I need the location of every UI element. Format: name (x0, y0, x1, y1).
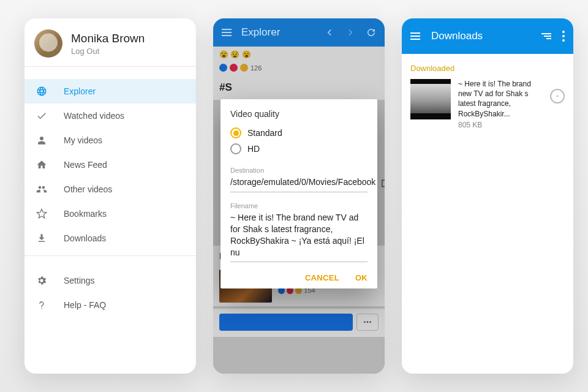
menu-item-other[interactable]: Other videos (24, 177, 196, 202)
menu-label: Bookmarks (64, 209, 107, 219)
user-name: Monika Brown (71, 32, 145, 45)
overflow-icon[interactable] (562, 31, 565, 42)
menu-item-bookmarks[interactable]: Bookmarks (24, 202, 196, 226)
globe-icon (36, 85, 48, 97)
group-icon (36, 183, 48, 195)
downloads-topbar: Downloads (402, 18, 573, 54)
download-title: ~ Here it is! The brand new TV ad for Sh… (458, 79, 543, 119)
expand-button[interactable] (550, 89, 565, 104)
hash-heading: #S (213, 75, 385, 100)
destination-field[interactable]: /storage/emulated/0/Movies/Facebook (230, 174, 368, 192)
love-icon (230, 64, 238, 72)
logout-link[interactable]: Log Out (71, 47, 145, 56)
menu-item-help[interactable]: Help - FAQ (24, 293, 196, 317)
radio-standard[interactable]: Standard (230, 125, 368, 141)
refresh-icon[interactable] (365, 26, 377, 39)
primary-action-button[interactable] (219, 314, 353, 331)
menu-label: Explorer (64, 86, 96, 96)
download-dialog: Video quality Standard HD Destination /s… (221, 99, 377, 288)
dialog-actions: CANCEL OK (230, 273, 368, 282)
drawer-header: Monika Brown Log Out (24, 18, 196, 66)
download-thumbnail (410, 79, 451, 119)
wow-icon (240, 64, 248, 72)
cancel-button[interactable]: CANCEL (305, 273, 339, 282)
filename-label: Filename (230, 202, 368, 209)
sort-icon[interactable] (541, 33, 551, 39)
explorer-panel: Explorer 😮 😧 😮 126 #S Philanthropy / Fil… (213, 18, 385, 374)
menu-label: Help - FAQ (64, 300, 106, 310)
filename-field[interactable]: ~ Here it is! The brand new TV ad for Sh… (230, 209, 368, 263)
explorer-title: Explorer (241, 26, 280, 39)
menu-label: Watched videos (64, 111, 124, 121)
menu-item-watched[interactable]: Watched videos (24, 104, 196, 128)
downloads-title: Downloads (431, 30, 483, 42)
folder-icon[interactable] (380, 178, 385, 188)
downloads-body: Downloaded ~ Here it is! The brand new T… (402, 54, 573, 136)
menu-item-myvideos[interactable]: My videos (24, 128, 196, 153)
avatar[interactable] (34, 29, 62, 58)
forward-icon[interactable] (344, 26, 356, 39)
drawer-panel: Monika Brown Log Out Explorer Watched vi… (24, 18, 196, 374)
check-icon (36, 110, 48, 122)
radio-icon (230, 143, 241, 154)
section-heading: Downloaded (410, 64, 565, 73)
drawer-menu: Explorer Watched videos My videos News F… (24, 67, 196, 251)
menu-label: News Feed (64, 160, 107, 170)
menu-label: Settings (64, 276, 95, 285)
downloads-panel: Downloads Downloaded ~ Here it is! The b… (402, 18, 573, 374)
menu-icon[interactable] (410, 32, 420, 40)
radio-icon (230, 127, 241, 138)
action-bar: ··· (213, 309, 385, 337)
menu-item-downloads[interactable]: Downloads (24, 226, 196, 251)
download-icon (36, 232, 48, 244)
reactions-count: 126 (251, 64, 262, 72)
gear-icon (36, 274, 48, 287)
reactions-row: 126 (213, 62, 385, 75)
back-icon[interactable] (323, 26, 336, 39)
dialog-title: Video quality (230, 109, 368, 119)
radio-label: Standard (247, 128, 282, 138)
drawer-extra: Settings Help - FAQ (24, 256, 196, 317)
menu-label: Downloads (64, 233, 106, 243)
star-icon (36, 208, 48, 220)
download-size: 805 KB (458, 120, 543, 130)
menu-icon[interactable] (221, 26, 233, 39)
destination-value: /storage/emulated/0/Movies/Facebook (230, 176, 375, 188)
menu-label: Other videos (64, 184, 112, 194)
more-button[interactable]: ··· (356, 314, 379, 331)
home-icon (36, 159, 48, 171)
menu-item-newsfeed[interactable]: News Feed (24, 153, 196, 177)
emoji-row: 😮 😧 😮 (213, 47, 385, 62)
ok-button[interactable]: OK (355, 273, 368, 282)
help-icon (36, 299, 48, 311)
person-icon (36, 134, 48, 146)
radio-hd[interactable]: HD (230, 141, 368, 157)
filename-value: ~ Here it is! The brand new TV ad for Sh… (230, 212, 368, 258)
menu-label: My videos (64, 135, 102, 145)
explorer-topbar: Explorer (213, 18, 385, 47)
menu-item-settings[interactable]: Settings (24, 268, 196, 293)
like-icon (219, 64, 227, 72)
destination-label: Destination (230, 167, 368, 174)
download-item[interactable]: ~ Here it is! The brand new TV ad for Sh… (410, 79, 565, 130)
radio-label: HD (247, 144, 260, 154)
menu-item-explorer[interactable]: Explorer (24, 79, 196, 104)
